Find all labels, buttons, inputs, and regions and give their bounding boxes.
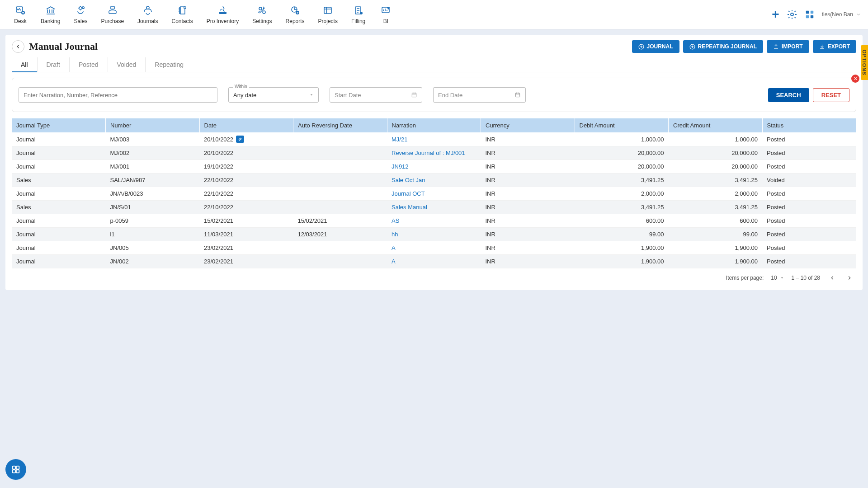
table-row[interactable]: JournalJN/A/B/002322/10/2022Journal OCTI…: [12, 187, 856, 201]
grid-apps-icon[interactable]: [805, 9, 815, 19]
table-header[interactable]: Number: [106, 118, 200, 132]
narration-link[interactable]: Reverse Journal of : MJ/001: [392, 150, 465, 156]
chevron-left-icon: [15, 43, 21, 50]
tab-posted[interactable]: Posted: [70, 57, 108, 72]
nav-journals[interactable]: Journals: [131, 2, 165, 27]
nav-bi[interactable]: BI: [372, 2, 399, 27]
reports-icon: [288, 5, 302, 16]
nav-label: Journals: [137, 18, 158, 24]
nav-label: Filling: [351, 18, 365, 24]
nav-label: Desk: [14, 18, 26, 24]
repeating-journal-button[interactable]: REPEATING JOURNAL: [683, 40, 763, 53]
svg-rect-6: [219, 12, 226, 14]
within-select[interactable]: Any date: [228, 87, 319, 103]
nav-inventory[interactable]: Pro Inventory: [200, 2, 245, 27]
table-header[interactable]: Credit Amount: [669, 118, 763, 132]
journal-button[interactable]: JOURNAL: [632, 40, 679, 53]
add-icon[interactable]: +: [772, 7, 779, 22]
table-row[interactable]: SalesSAL/JAN/98722/10/2022Sale Oct JanIN…: [12, 174, 856, 187]
table-row[interactable]: SalesJN/S/0122/10/2022Sales ManualINR3,4…: [12, 201, 856, 214]
table-header[interactable]: Narration: [387, 118, 481, 132]
calendar-icon: [514, 92, 521, 98]
table-row[interactable]: Journalp-005915/02/202115/02/2021ASINR60…: [12, 214, 856, 228]
narration-link[interactable]: A: [392, 244, 396, 251]
nav-label: Pro Inventory: [207, 18, 239, 24]
import-button[interactable]: IMPORT: [767, 40, 809, 53]
next-page-button[interactable]: [844, 273, 854, 283]
nav-reports[interactable]: Reports: [279, 2, 311, 27]
plus-circle-icon: [638, 44, 644, 50]
svg-point-4: [146, 6, 149, 9]
nav-label: Projects: [318, 18, 338, 24]
filling-icon: [352, 5, 365, 16]
search-button[interactable]: SEARCH: [768, 88, 809, 102]
narration-link[interactable]: Sale Oct Jan: [392, 177, 425, 183]
desk-icon: [14, 5, 27, 16]
narration-link[interactable]: Sales Manual: [392, 204, 427, 211]
journals-table: Journal TypeNumberDateAuto Reversing Dat…: [12, 118, 856, 268]
table-header[interactable]: Debit Amount: [575, 118, 669, 132]
narration-link[interactable]: A: [392, 258, 396, 265]
nav-sales[interactable]: Sales: [67, 2, 94, 27]
search-input[interactable]: [19, 87, 217, 103]
table-row[interactable]: JournalJN/00523/02/2021AINR1,900.001,900…: [12, 241, 856, 255]
narration-link[interactable]: hh: [392, 231, 398, 238]
nav-settings[interactable]: Settings: [245, 2, 278, 27]
nav-label: Settings: [252, 18, 272, 24]
table-row[interactable]: JournalMJ/00220/10/2022Reverse Journal o…: [12, 146, 856, 160]
nav-banking[interactable]: Banking: [34, 2, 67, 27]
tab-repeating[interactable]: Repeating: [146, 57, 193, 72]
svg-rect-20: [810, 15, 813, 18]
page-title: Manual Journal: [29, 41, 98, 52]
back-button[interactable]: [12, 40, 24, 53]
purchase-icon: [106, 5, 119, 16]
main-panel: Manual Journal JOURNAL REPEATING JOURNAL…: [5, 35, 863, 290]
contacts-icon: [175, 5, 189, 16]
gear-icon[interactable]: [787, 9, 797, 20]
journals-icon: [141, 5, 155, 16]
table-header[interactable]: Journal Type: [12, 118, 106, 132]
svg-rect-3: [111, 6, 114, 9]
download-icon: [819, 44, 825, 50]
narration-link[interactable]: AS: [392, 217, 399, 224]
narration-link[interactable]: MJ/21: [392, 136, 407, 143]
start-date-input[interactable]: Start Date: [330, 87, 422, 103]
upload-icon: [773, 44, 779, 50]
svg-rect-19: [806, 15, 808, 18]
tab-voided[interactable]: Voided: [108, 57, 146, 72]
table-header[interactable]: Currency: [481, 118, 575, 132]
table-row[interactable]: JournalMJ/00320/10/2022MJ/21INR1,000.001…: [12, 132, 856, 146]
caret-down-icon: [780, 276, 784, 280]
nav-purchase[interactable]: Purchase: [94, 2, 131, 27]
export-button[interactable]: EXPORT: [813, 40, 856, 53]
nav-desk[interactable]: Desk: [7, 2, 34, 27]
narration-link[interactable]: JN912: [392, 163, 409, 170]
page-range: 1 – 10 of 28: [792, 275, 820, 281]
tab-draft[interactable]: Draft: [38, 57, 70, 72]
nav-label: Reports: [286, 18, 305, 24]
filter-panel: ✕ Within Any date Start Date End Date SE…: [12, 78, 856, 112]
pagination: Items per page: 10 1 – 10 of 28: [12, 268, 856, 283]
user-menu[interactable]: ties(Neo Ban: [822, 11, 861, 18]
table-row[interactable]: JournalMJ/00119/10/2022JN912INR20,000.00…: [12, 160, 856, 174]
bank-icon: [44, 5, 57, 16]
table-header[interactable]: Date: [199, 118, 293, 132]
close-filter-button[interactable]: ✕: [851, 75, 859, 83]
table-header[interactable]: Auto Reversing Date: [293, 118, 387, 132]
tab-all[interactable]: All: [12, 57, 38, 72]
end-date-input[interactable]: End Date: [433, 87, 526, 103]
nav-projects[interactable]: Projects: [311, 2, 344, 27]
link-badge-icon[interactable]: [236, 136, 244, 143]
svg-rect-11: [324, 7, 331, 14]
table-row[interactable]: Journali111/03/202112/03/2021hhINR99.009…: [12, 228, 856, 241]
prev-page-button[interactable]: [827, 273, 837, 283]
nav-label: Contacts: [171, 18, 193, 24]
nav-filling[interactable]: Filling: [344, 2, 372, 27]
nav-contacts[interactable]: Contacts: [165, 2, 199, 27]
table-header[interactable]: Status: [762, 118, 856, 132]
reset-button[interactable]: RESET: [813, 88, 849, 102]
table-row[interactable]: JournalJN/00223/02/2021AINR1,900.001,900…: [12, 255, 856, 268]
options-tab[interactable]: OPTIONS: [861, 45, 868, 80]
narration-link[interactable]: Journal OCT: [392, 190, 425, 197]
page-size-select[interactable]: 10: [771, 275, 784, 281]
